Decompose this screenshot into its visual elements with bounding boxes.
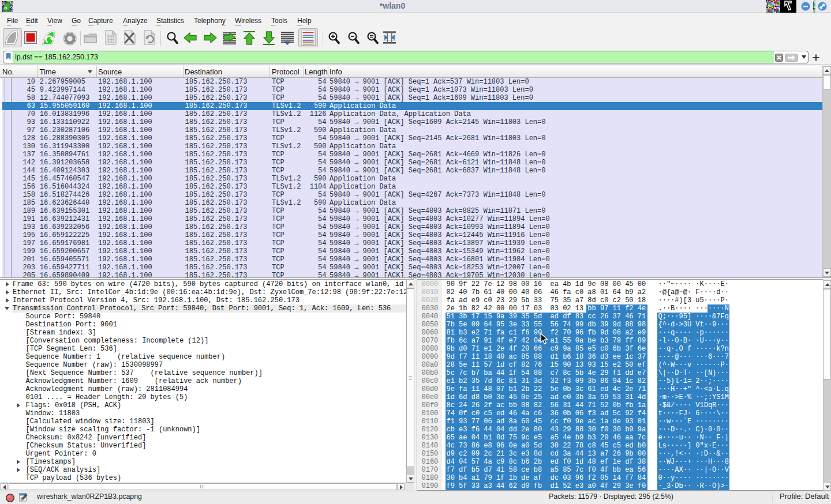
svg-text:0111: 0111 [107,40,114,44]
